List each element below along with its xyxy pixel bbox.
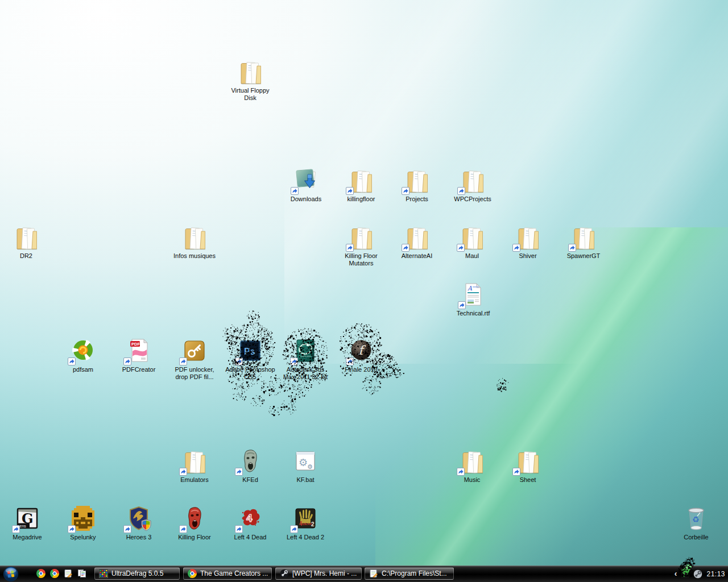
svg-text:ens: ens	[20, 524, 27, 528]
desktop-icon-music[interactable]: Music	[446, 447, 498, 484]
icon-label: Music	[464, 476, 481, 484]
icon-label: Shiver	[519, 252, 536, 260]
icon-label: PDFCreator	[122, 366, 156, 373]
quick-launch-copy-files-icon[interactable]	[77, 569, 87, 579]
taskbar-button-label: UltraDefrag 5.0.5	[111, 569, 163, 577]
desktop-icon-spelunky[interactable]: Spelunky	[57, 505, 109, 541]
svg-text:2: 2	[311, 521, 315, 527]
icon-label: Downloads	[291, 196, 321, 203]
desktop-icon-killing-floor-mutators[interactable]: Killing Floor Mutators	[336, 223, 387, 267]
desktop-icon-infos-musiques[interactable]: Infos musiques	[169, 223, 220, 260]
desktop-icon-kf-bat[interactable]: ⚙⚙KF.bat	[280, 447, 331, 484]
shortcut-arrow-overlay-icon	[346, 187, 354, 195]
folder-icon	[514, 223, 541, 251]
icon-label: AlternateAI	[402, 252, 432, 260]
desktop-icon-maul[interactable]: Maul	[446, 223, 498, 260]
icon-label: WPCProjects	[454, 196, 491, 203]
icon-label: PDF unlocker, drop PDF fil...	[169, 366, 220, 381]
tray-steam-tray-icon[interactable]	[693, 569, 702, 579]
icon-label: Killing Floor	[178, 534, 210, 541]
folder-icon	[570, 223, 597, 251]
desktop-icon-downloads[interactable]: Downloads	[280, 167, 332, 203]
desktop-icon-sheet[interactable]: Sheet	[502, 447, 553, 484]
svg-text:4: 4	[246, 512, 253, 524]
desktop-icon-wpcprojects[interactable]: WPCProjects	[447, 167, 498, 203]
quick-launch-chrome-1-icon[interactable]	[36, 569, 46, 579]
svg-text:PDF: PDF	[131, 342, 140, 347]
tray-corrupted-tray-icon[interactable]	[681, 569, 690, 579]
zombie-gray-icon	[237, 447, 264, 475]
desktop-icon-shiver[interactable]: Shiver	[502, 223, 553, 260]
taskbar-button-chrome-game-creators[interactable]: The Game Creators ...	[183, 567, 272, 580]
key-icon	[181, 337, 208, 364]
desktop-icon-dr2[interactable]: DR2	[1, 223, 52, 260]
taskbar-button-label: C:\Program Files\St...	[382, 569, 447, 577]
gens-icon: Gens	[14, 505, 41, 532]
desktop-surface[interactable]: Virtual Floppy DiskDownloadskillingfloor…	[0, 0, 728, 582]
taskbar-button-ultradefrag[interactable]: UltraDefrag 5.0.5	[94, 567, 180, 580]
icon-label: Megadrive	[13, 534, 42, 541]
desktop-icon-kfed[interactable]: KFEd	[225, 447, 276, 484]
desktop-icon-killingfloor-folder[interactable]: killingfloor	[336, 167, 387, 203]
icon-label: Virtual Floppy Disk	[225, 87, 275, 102]
l4d2-icon: 4DEAD2	[292, 505, 319, 532]
taskbar-clock[interactable]: 21:13	[706, 570, 725, 578]
desktop-icon-spawnergt[interactable]: SpawnerGT	[558, 223, 609, 260]
notepad-icon	[369, 569, 378, 578]
icon-label: Emulators	[180, 476, 209, 484]
folder-icon	[514, 447, 541, 475]
quick-launch-notepad-quick-icon[interactable]	[64, 569, 73, 579]
desktop-icon-killing-floor[interactable]: Killing Floor	[169, 505, 220, 541]
shortcut-arrow-overlay-icon	[457, 187, 465, 195]
chrome-icon	[188, 569, 197, 578]
desktop-icon-pdfsam[interactable]: pdfsam	[57, 337, 109, 373]
shortcut-arrow-overlay-icon	[512, 468, 520, 476]
taskbar-button-notepad-program-files[interactable]: C:\Program Files\St...	[365, 567, 454, 580]
desktop-icon-left-4-dead[interactable]: 4Left 4 Dead	[225, 505, 276, 541]
desktop: Virtual Floppy DiskDownloadskillingfloor…	[0, 0, 728, 582]
icon-label: Left 4 Dead	[234, 534, 267, 541]
taskbar-button-steam-wpc[interactable]: [WPC] Mrs. Hemi - ...	[275, 567, 362, 580]
ultradefrag-icon	[99, 569, 108, 578]
desktop-icon-heroes-3[interactable]: Heroes 3	[113, 505, 164, 541]
rtf-document-icon: A	[460, 281, 487, 308]
shortcut-arrow-overlay-icon	[457, 244, 465, 252]
folder-icon	[403, 223, 431, 251]
spelunky-icon	[69, 505, 97, 532]
desktop-icon-pdfcreator[interactable]: PDFPDFCreator	[113, 337, 164, 373]
downloads-icon	[292, 167, 320, 194]
desktop-icon-technical-rtf[interactable]: ATechnical.rtf	[448, 281, 499, 317]
desktop-icon-projects[interactable]: Projects	[391, 167, 442, 203]
pdfsam-icon	[69, 337, 97, 364]
desktop-icon-pdf-unlocker[interactable]: PDF unlocker, drop PDF fil...	[169, 337, 220, 381]
taskbar-button-label: [WPC] Mrs. Hemi - ...	[292, 569, 357, 577]
desktop-icon-alternateai[interactable]: AlternateAI	[391, 223, 442, 260]
icon-label: Infos musiques	[173, 252, 216, 260]
desktop-icon-adobe-photoshop-cs5[interactable]: PsAdobe Photoshop CS5	[225, 337, 276, 381]
folder-icon	[458, 447, 486, 475]
desktop-icon-autodesk-3ds-max[interactable]: Autodesk 3ds Max 2011 32-bit	[280, 337, 331, 381]
shortcut-arrow-overlay-icon	[68, 357, 76, 365]
desktop-icon-emulators[interactable]: Emulators	[169, 447, 220, 484]
shortcut-arrow-overlay-icon	[123, 525, 131, 533]
quick-launch-chrome-2-icon[interactable]	[50, 569, 60, 579]
icon-label: Left 4 Dead 2	[287, 534, 324, 541]
svg-text:♻: ♻	[692, 515, 700, 524]
desktop-icon-finale-2010[interactable]: fFinale 2010	[336, 337, 387, 373]
shortcut-arrow-overlay-icon	[235, 468, 243, 476]
desktop-icon-corbeille[interactable]: ♻Corbeille	[671, 505, 722, 541]
shortcut-arrow-overlay-icon	[235, 525, 243, 533]
max3ds-icon	[292, 337, 319, 364]
pdfcreator-icon: PDF	[125, 337, 152, 364]
l4d-icon: 4	[237, 505, 264, 532]
desktop-icon-megadrive[interactable]: GensMegadrive	[2, 505, 53, 541]
desktop-icon-left-4-dead-2[interactable]: 4DEAD2Left 4 Dead 2	[280, 505, 331, 541]
desktop-icon-virtual-floppy-disk[interactable]: Virtual Floppy Disk	[225, 58, 276, 102]
icon-label: Finale 2010	[345, 366, 378, 373]
batch-file-icon: ⚙⚙	[292, 447, 319, 475]
tray-expand-chevron-icon[interactable]: ‹	[675, 566, 677, 582]
shortcut-arrow-overlay-icon	[458, 301, 466, 309]
start-button[interactable]	[3, 566, 19, 582]
shortcut-arrow-overlay-icon	[68, 525, 76, 533]
icon-label: Projects	[406, 196, 428, 203]
